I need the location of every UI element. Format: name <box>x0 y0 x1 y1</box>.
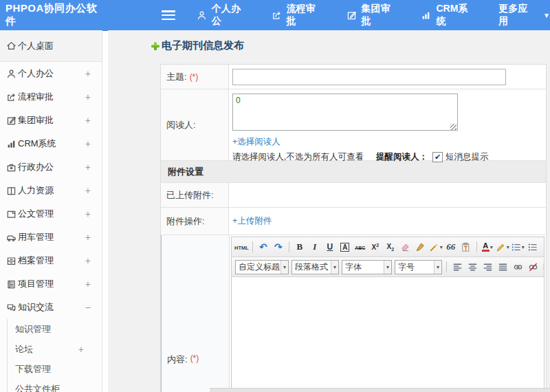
eraser-button[interactable] <box>399 240 412 254</box>
autoformat-button[interactable]: ▾ <box>429 240 443 254</box>
expand-toggle-icon[interactable]: + <box>85 162 91 173</box>
unlink-icon <box>528 262 538 272</box>
link-button[interactable] <box>511 260 525 274</box>
autoformat-icon <box>429 242 439 252</box>
sidebar-item-crm-system[interactable]: CRM系统 + <box>0 132 102 155</box>
underline-button[interactable]: U <box>323 240 337 254</box>
font-size-select[interactable]: 字号 ▾ <box>395 260 442 274</box>
nav-item-more-apps[interactable]: 更多应用 ▼ <box>498 3 550 28</box>
person-icon <box>197 10 207 21</box>
page-title: 电子期刊信息发布 <box>151 39 244 52</box>
nav-item-workflow-approval[interactable]: 流程审批 <box>272 3 325 28</box>
sidebar-item-project-management[interactable]: 项目管理 + <box>0 272 102 296</box>
attachment-actions-label: 附件操作: <box>161 208 229 235</box>
sidebar-submenu: 知识管理 论坛 + 下载管理 公共文件柜 <box>7 319 102 392</box>
sidebar: 个人桌面 个人办公 + 流程审批 + 集团审批 + CRM系统 + 行政办公 +… <box>0 30 102 392</box>
align-right-button[interactable] <box>481 260 494 274</box>
font-family-select[interactable]: 字体 ▾ <box>342 260 392 274</box>
nav-items: 个人办公 流程审批 集团审批 CRM系统 <box>175 3 477 28</box>
nav-item-crm-system[interactable]: CRM系统 <box>421 3 477 28</box>
paste-table-button[interactable] <box>459 240 473 254</box>
font-color-button[interactable]: A ▾ <box>481 240 494 254</box>
required-mark: (*) <box>190 353 199 363</box>
attachments-section-header: 附件设置 <box>161 161 546 183</box>
unlink-button[interactable] <box>526 260 540 274</box>
editor-canvas[interactable] <box>232 277 544 389</box>
caret-down-icon: ▼ <box>543 12 550 19</box>
bold-button[interactable]: B <box>293 240 307 254</box>
resize-grip[interactable] <box>450 124 456 130</box>
align-justify-button[interactable] <box>496 260 509 274</box>
nav-item-group-approval[interactable]: 集团审批 <box>346 3 400 28</box>
subject-input[interactable] <box>232 69 506 85</box>
horizontal-scrollbar[interactable] <box>210 388 550 392</box>
choose-readers-link[interactable]: +选择阅读人 <box>232 136 280 148</box>
sidebar-subitem-knowledge-management[interactable]: 知识管理 <box>8 319 102 339</box>
book-icon <box>6 186 16 196</box>
undo-icon: ↶ <box>259 242 267 252</box>
document-icon <box>6 209 16 219</box>
sidebar-item-personal-desktop[interactable]: 个人桌面 <box>0 30 102 62</box>
sidebar-subitem-download-management[interactable]: 下载管理 <box>8 359 102 379</box>
sidebar-item-knowledge-exchange[interactable]: 知识交流 − <box>0 296 102 319</box>
heading-style-select[interactable]: 自定义标题 ▾ <box>235 260 289 274</box>
expand-toggle-icon[interactable]: + <box>85 185 91 196</box>
expand-toggle-icon[interactable]: + <box>85 68 91 79</box>
unordered-list-button[interactable] <box>526 240 540 254</box>
readers-textarea[interactable] <box>232 94 458 131</box>
undo-button[interactable]: ↶ <box>256 240 270 254</box>
blockquote-button[interactable]: 66 <box>444 240 458 254</box>
sidebar-item-group-approval[interactable]: 集团审批 + <box>0 109 102 132</box>
expand-toggle-icon[interactable]: + <box>85 232 91 243</box>
expand-toggle-icon[interactable]: + <box>78 344 84 355</box>
align-left-button[interactable] <box>450 260 464 274</box>
expand-toggle-icon[interactable]: + <box>85 115 91 126</box>
toolbar-separator <box>446 261 447 272</box>
toolbar-separator <box>289 241 289 252</box>
attachment-actions-row: 附件操作: +上传附件 <box>161 208 546 235</box>
italic-button[interactable]: I <box>308 240 322 254</box>
sidebar-item-personal-office[interactable]: 个人办公 + <box>0 62 102 85</box>
superscript-button[interactable]: X2 <box>368 240 382 254</box>
sidebar-subitem-public-file-cabinet[interactable]: 公共文件柜 <box>8 379 102 392</box>
content-row: 内容:(*) HTML ↶ ↷ B I U A ABC X2 X2 <box>160 235 546 392</box>
subject-row: 主题:(*) <box>161 65 546 89</box>
remind-readers-label: 提醒阅读人： <box>376 151 428 163</box>
expand-toggle-icon[interactable]: + <box>85 255 91 266</box>
app-brand: PHPOA协同办公软件 <box>6 2 108 28</box>
upload-attachment-link[interactable]: +上传附件 <box>232 215 272 227</box>
font-box-button[interactable]: A <box>338 240 352 254</box>
hamburger-menu-icon[interactable] <box>162 10 175 20</box>
toolbar-separator <box>252 241 253 252</box>
highlight-button[interactable]: ▾ <box>496 240 509 254</box>
chart-icon <box>421 10 431 21</box>
subscript-button[interactable]: X2 <box>384 240 397 254</box>
align-center-icon <box>468 262 478 272</box>
align-left-icon <box>452 262 463 272</box>
sidebar-subitem-forum[interactable]: 论坛 + <box>8 339 102 359</box>
sidebar-item-human-resources[interactable]: 人力资源 + <box>0 179 102 202</box>
sms-remind-checkbox[interactable]: ✔ <box>432 152 443 162</box>
caret-down-icon: ▾ <box>280 261 288 274</box>
image-button[interactable] <box>541 260 544 274</box>
expand-toggle-icon[interactable]: + <box>85 138 91 149</box>
sidebar-item-workflow-approval[interactable]: 流程审批 + <box>0 85 102 109</box>
sidebar-item-archive-management[interactable]: 档案管理 + <box>0 249 102 272</box>
format-brush-button[interactable] <box>414 240 428 254</box>
align-center-button[interactable] <box>465 260 479 274</box>
redo-button[interactable]: ↷ <box>272 240 285 254</box>
paragraph-format-select[interactable]: 段落格式 ▾ <box>292 260 339 274</box>
nav-item-personal-office[interactable]: 个人办公 <box>197 3 250 28</box>
strikethrough-button[interactable]: ABC <box>353 240 367 254</box>
expand-toggle-icon[interactable]: + <box>85 279 91 290</box>
caret-down-icon: ▾ <box>522 244 525 250</box>
sidebar-item-document-management[interactable]: 公文管理 + <box>0 202 102 226</box>
expand-toggle-icon[interactable]: + <box>85 91 91 102</box>
expand-toggle-icon[interactable]: + <box>85 208 91 219</box>
collapse-toggle-icon[interactable]: − <box>85 302 91 313</box>
sidebar-item-admin-office[interactable]: 行政办公 + <box>0 155 102 179</box>
html-source-button[interactable]: HTML <box>234 240 249 254</box>
sidebar-item-vehicle-management[interactable]: 用车管理 + <box>0 226 102 249</box>
ordered-list-button[interactable]: ▾ <box>511 240 525 254</box>
unordered-list-icon <box>527 242 538 252</box>
